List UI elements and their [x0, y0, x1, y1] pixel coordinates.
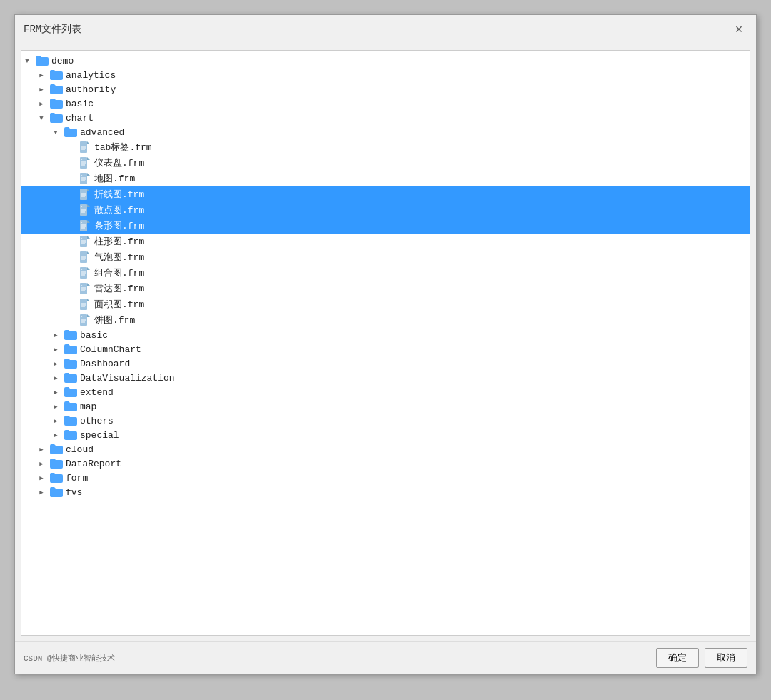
folder-icon-DataReport	[49, 458, 64, 469]
toggle-fvs[interactable]	[36, 486, 47, 498]
toggle-Dashboard[interactable]	[50, 358, 61, 369]
tree-item-Dashboard[interactable]: Dashboard	[21, 356, 750, 371]
tree-item-authority[interactable]: authority	[21, 82, 750, 96]
tree-item-仪表盘frm[interactable]: F 仪表盘.frm	[21, 155, 750, 171]
svg-marker-61	[87, 299, 90, 301]
item-label-analytics: analytics	[66, 70, 116, 81]
folder-icon-map	[64, 401, 78, 412]
file-icon-仪表盘frm: F	[78, 157, 92, 169]
file-icon-地图frm: F	[78, 173, 92, 184]
file-icon-气泡图frm: F	[78, 251, 92, 263]
item-label-Dashboard: Dashboard	[80, 359, 130, 369]
item-label-demo: demo	[51, 56, 74, 66]
tree-item-demo[interactable]: demo	[21, 54, 750, 68]
tree-item-tab标签frm[interactable]: F tab标签.frm	[21, 139, 750, 155]
item-label-ColumnChart: ColumnChart	[80, 344, 141, 355]
folder-icon-basic1	[49, 98, 64, 109]
frm-file-dialog: FRM文件列表 × demo analytics authority basic…	[14, 14, 757, 674]
folder-icon-analytics	[49, 69, 64, 81]
item-label-组合图frm: 组合图.frm	[94, 266, 144, 279]
toggle-DataVisualization[interactable]	[50, 372, 61, 384]
item-label-条形图frm: 条形图.frm	[94, 219, 144, 232]
folder-icon-chart	[49, 112, 64, 124]
file-tree-area: demo analytics authority basic chart adv…	[21, 50, 750, 636]
svg-marker-43	[87, 251, 90, 254]
tree-item-组合图frm[interactable]: F 组合图.frm	[21, 265, 750, 281]
item-label-DataVisualization: DataVisualization	[80, 373, 175, 384]
tree-item-地图frm[interactable]: F 地图.frm	[21, 171, 750, 186]
svg-marker-7	[87, 157, 90, 160]
tree-item-雷达图frm[interactable]: F 雷达图.frm	[21, 281, 750, 296]
tree-item-advanced[interactable]: advanced	[21, 125, 750, 139]
toggle-form[interactable]	[36, 472, 47, 484]
tree-item-analytics[interactable]: analytics	[21, 68, 750, 82]
item-label-tab标签frm: tab标签.frm	[94, 141, 152, 154]
cancel-button[interactable]: 取消	[705, 648, 747, 668]
file-icon-组合图frm: F	[78, 267, 92, 279]
tree-item-柱形图frm[interactable]: F 柱形图.frm	[21, 234, 750, 249]
folder-icon-extend	[64, 386, 78, 398]
dialog-title: FRM文件列表	[24, 23, 81, 36]
tree-item-条形图frm[interactable]: F 条形图.frm	[21, 218, 750, 234]
item-label-extend: extend	[80, 387, 114, 398]
folder-icon-cloud	[49, 444, 64, 455]
tree-item-ColumnChart[interactable]: ColumnChart	[21, 342, 750, 356]
toggle-ColumnChart[interactable]	[50, 344, 61, 355]
toggle-extend[interactable]	[50, 386, 61, 398]
toggle-special[interactable]	[50, 429, 61, 441]
folder-icon-special	[64, 429, 78, 441]
item-label-cloud: cloud	[66, 444, 94, 455]
folder-icon-advanced	[64, 126, 78, 138]
svg-marker-1	[87, 141, 90, 144]
svg-marker-13	[87, 173, 90, 176]
svg-marker-37	[87, 236, 90, 239]
item-label-DataReport: DataReport	[66, 459, 121, 469]
tree-item-others[interactable]: others	[21, 414, 750, 428]
toggle-map[interactable]	[50, 401, 61, 412]
toggle-basic2[interactable]	[50, 329, 61, 341]
toggle-others[interactable]	[50, 415, 61, 426]
toggle-analytics[interactable]	[36, 69, 47, 81]
toggle-demo[interactable]	[21, 55, 33, 66]
file-icon-折线图frm: F	[78, 189, 92, 200]
tree-item-气泡图frm[interactable]: F 气泡图.frm	[21, 249, 750, 265]
item-label-map: map	[80, 401, 96, 412]
item-label-fvs: fvs	[66, 487, 82, 498]
tree-item-DataVisualization[interactable]: DataVisualization	[21, 371, 750, 385]
folder-icon-form	[49, 472, 64, 484]
tree-item-basic2[interactable]: basic	[21, 328, 750, 342]
item-label-authority: authority	[66, 84, 116, 95]
item-label-面积图frm: 面积图.frm	[94, 298, 144, 311]
close-button[interactable]: ×	[730, 21, 747, 38]
toggle-basic1[interactable]	[36, 98, 47, 109]
folder-icon-Dashboard	[64, 358, 78, 369]
tree-item-cloud[interactable]: cloud	[21, 442, 750, 456]
tree-item-chart[interactable]: chart	[21, 111, 750, 125]
toggle-authority[interactable]	[36, 84, 47, 95]
tree-item-form[interactable]: form	[21, 471, 750, 485]
toggle-chart[interactable]	[36, 112, 47, 124]
toggle-cloud[interactable]	[36, 444, 47, 455]
tree-item-basic1[interactable]: basic	[21, 96, 750, 111]
toggle-DataReport[interactable]	[36, 458, 47, 469]
toggle-advanced[interactable]	[50, 126, 61, 138]
file-icon-tab标签frm: F	[78, 141, 92, 153]
folder-icon-demo	[35, 55, 49, 66]
tree-item-DataReport[interactable]: DataReport	[21, 456, 750, 471]
tree-item-面积图frm[interactable]: F 面积图.frm	[21, 296, 750, 312]
tree-item-map[interactable]: map	[21, 399, 750, 414]
tree-item-折线图frm[interactable]: F 折线图.frm	[21, 186, 750, 202]
item-label-special: special	[80, 430, 119, 441]
tree-item-fvs[interactable]: fvs	[21, 485, 750, 499]
tree-item-饼图frm[interactable]: F 饼图.frm	[21, 312, 750, 328]
confirm-button[interactable]: 确定	[656, 648, 699, 668]
folder-icon-basic2	[64, 329, 78, 341]
tree-item-special[interactable]: special	[21, 428, 750, 442]
svg-marker-19	[87, 189, 90, 191]
tree-item-extend[interactable]: extend	[21, 385, 750, 399]
tree-item-散点图frm[interactable]: F 散点图.frm	[21, 202, 750, 218]
item-label-饼图frm: 饼图.frm	[94, 314, 135, 326]
folder-icon-DataVisualization	[64, 372, 78, 384]
svg-marker-49	[87, 267, 90, 270]
item-label-雷达图frm: 雷达图.frm	[94, 282, 144, 295]
